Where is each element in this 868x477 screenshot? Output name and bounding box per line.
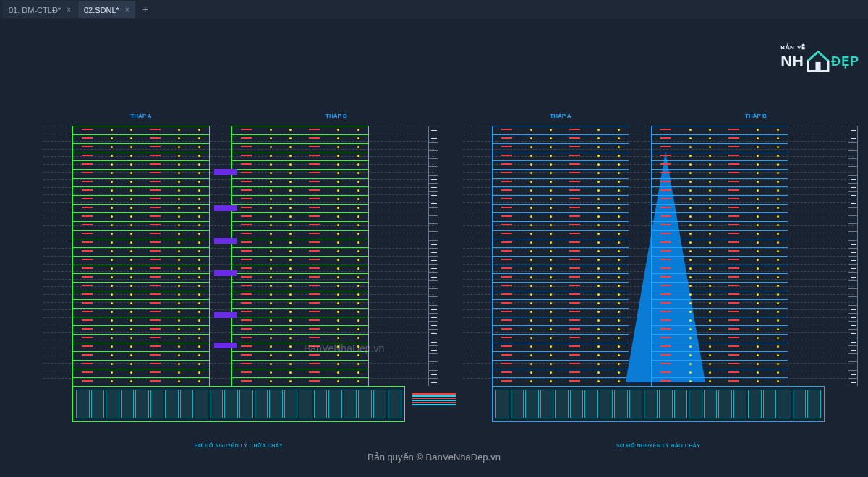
house-icon bbox=[805, 51, 831, 72]
logo: BẢN VẼ NH ĐẸP bbox=[780, 45, 859, 72]
podium bbox=[463, 386, 854, 429]
svg-rect-0 bbox=[815, 62, 820, 71]
drawing-canvas[interactable]: BẢN VẼ NH ĐẸP THÁP A THÁP B bbox=[0, 19, 868, 477]
title-block: THÁP A THÁP B bbox=[43, 113, 434, 119]
tab-file-2[interactable]: 02.SDNL* × bbox=[78, 1, 135, 18]
drawing-caption: SƠ ĐỒ NGUYÊN LÝ CHỮA CHÁY bbox=[43, 443, 434, 449]
podium-bar bbox=[72, 386, 405, 422]
tab-file-1[interactable]: 01. DM-CTLĐ* × bbox=[3, 1, 77, 18]
logo-suffix: ĐẸP bbox=[831, 55, 859, 68]
close-icon[interactable]: × bbox=[67, 6, 71, 14]
podium-cells bbox=[76, 390, 401, 418]
level-scale-bar bbox=[848, 126, 858, 386]
schematic-legend bbox=[412, 393, 456, 415]
drawing-caption: SƠ ĐỒ NGUYÊN LÝ BÁO CHÁY bbox=[463, 443, 854, 449]
title-block: THÁP A THÁP B bbox=[463, 113, 854, 119]
building-area bbox=[463, 126, 854, 386]
tower-a-label: THÁP A bbox=[550, 113, 571, 119]
copyright-watermark: Bản quyền © BanVeNhaDep.vn bbox=[367, 452, 501, 463]
close-icon[interactable]: × bbox=[125, 6, 129, 14]
tower-a bbox=[72, 126, 210, 386]
plus-icon: + bbox=[142, 4, 148, 15]
tower-b bbox=[651, 126, 788, 386]
podium-cells bbox=[495, 390, 821, 418]
tower-a bbox=[492, 126, 629, 386]
podium-bar bbox=[492, 386, 825, 422]
drawing-elevation-right: THÁP A THÁP B SƠ ĐỒ NGUYÊN LÝ BÁO CHÁY bbox=[463, 113, 854, 424]
drawing-elevation-left: THÁP A THÁP B SƠ ĐỒ NGUYÊN LÝ CHỮA CHÁY bbox=[43, 113, 434, 424]
tab-label: 01. DM-CTLĐ* bbox=[9, 6, 61, 14]
podium bbox=[43, 386, 434, 429]
level-scale-bar bbox=[428, 126, 438, 386]
logo-text: BẢN VẼ NH ĐẸP bbox=[780, 45, 859, 72]
tower-b-label: THÁP B bbox=[326, 113, 347, 119]
tab-label: 02.SDNL* bbox=[84, 6, 119, 14]
tower-a-label: THÁP A bbox=[130, 113, 151, 119]
tab-bar: 01. DM-CTLĐ* × 02.SDNL* × + bbox=[0, 0, 868, 19]
tower-b-label: THÁP B bbox=[745, 113, 767, 119]
watermark: BanVeNhaDep.vn bbox=[304, 343, 384, 354]
logo-prefix: NH bbox=[780, 53, 804, 69]
add-tab-button[interactable]: + bbox=[137, 1, 154, 18]
logo-top-label: BẢN VẼ bbox=[780, 45, 859, 51]
